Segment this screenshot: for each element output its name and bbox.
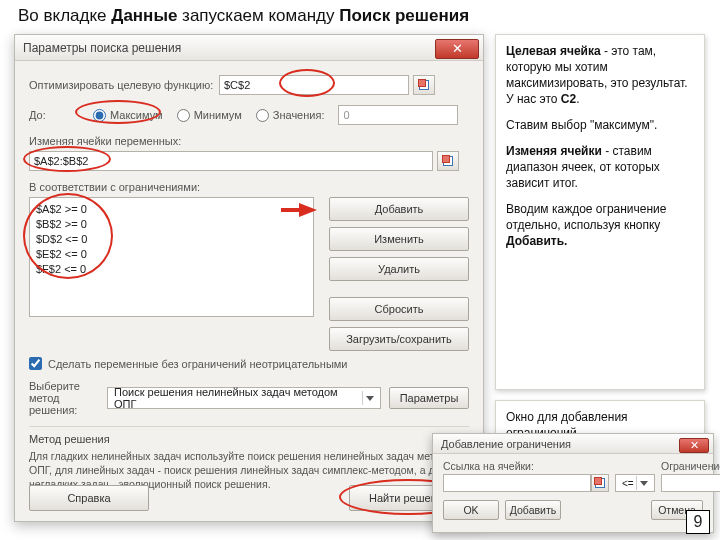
add-dialog-titlebar[interactable]: Добавление ограничения ✕ xyxy=(433,434,713,454)
target-value-input[interactable] xyxy=(338,105,458,125)
reset-button[interactable]: Сбросить xyxy=(329,297,469,321)
close-button[interactable]: ✕ xyxy=(679,438,709,453)
radio-min-label: Минимум xyxy=(194,109,242,121)
constraint-item[interactable]: $E$2 <= 0 xyxy=(36,247,307,262)
params-button[interactable]: Параметры xyxy=(389,387,469,409)
operator-select[interactable]: <= xyxy=(615,474,655,492)
constraint-item[interactable]: $A$2 >= 0 xyxy=(36,202,307,217)
radio-max-input[interactable] xyxy=(93,109,106,122)
solver-titlebar[interactable]: Параметры поиска решения ✕ xyxy=(15,35,483,61)
chevron-down-icon xyxy=(636,476,650,490)
annotation-arrow-add xyxy=(299,203,317,217)
divider xyxy=(29,426,469,427)
add-dialog-body: Ссылка на ячейки: <= Ограничение: xyxy=(433,454,713,524)
info-bold: Целевая ячейка xyxy=(506,44,601,58)
ok-button[interactable]: OK xyxy=(443,500,499,520)
constraint-item[interactable]: $B$2 >= 0 xyxy=(36,217,307,232)
constraint-item[interactable]: $D$2 <= 0 xyxy=(36,232,307,247)
add-constraint-button[interactable]: Добавить xyxy=(505,500,561,520)
range-picker-icon-3[interactable] xyxy=(591,474,609,492)
chevron-down-icon xyxy=(362,391,376,405)
nonneg-checkbox[interactable] xyxy=(29,357,42,370)
info-text: Вводим каждое ограничение отдельно, испо… xyxy=(506,202,667,232)
nonneg-check[interactable]: Сделать переменные без ограничений неотр… xyxy=(29,357,469,370)
constraint-item[interactable]: $F$2 <= 0 xyxy=(36,262,307,277)
help-button[interactable]: Справка xyxy=(29,485,149,511)
delete-button[interactable]: Удалить xyxy=(329,257,469,281)
radio-max[interactable]: Максимум xyxy=(93,109,163,122)
objective-cell-input[interactable] xyxy=(219,75,409,95)
solver-dialog: Параметры поиска решения ✕ Оптимизироват… xyxy=(14,34,484,522)
solver-footer: Справка Найти решение xyxy=(29,485,469,511)
add-constraint-dialog: Добавление ограничения ✕ Ссылка на ячейк… xyxy=(432,433,714,533)
close-button[interactable]: ✕ xyxy=(435,39,479,59)
radio-min-input[interactable] xyxy=(177,109,190,122)
vars-label: Изменяя ячейки переменных: xyxy=(29,135,181,147)
solver-title: Параметры поиска решения xyxy=(23,41,181,55)
range-picker-icon[interactable] xyxy=(413,75,435,95)
add-button[interactable]: Добавить xyxy=(329,197,469,221)
info-box-main: Целевая ячейка - это там, которую мы хот… xyxy=(495,34,705,390)
goal-row: До: Максимум Минимум Значения: xyxy=(29,105,469,125)
title-bold-2: Поиск решения xyxy=(339,6,469,25)
solver-body: Оптимизировать целевую функцию: До: Макс… xyxy=(15,61,483,499)
constraint-rhs-label: Ограничение: xyxy=(661,460,720,472)
to-label: До: xyxy=(29,109,79,121)
slide-title: Во вкладке Данные запускаем команду Поис… xyxy=(18,6,469,26)
radio-max-label: Максимум xyxy=(110,109,163,121)
operator-value: <= xyxy=(622,478,634,489)
constraint-rhs-input[interactable] xyxy=(661,474,720,492)
method-select[interactable]: Поиск решения нелинейных задач методом О… xyxy=(107,387,381,409)
constraints-listbox[interactable]: $A$2 >= 0 $B$2 >= 0 $D$2 <= 0 $E$2 <= 0 … xyxy=(29,197,314,317)
method-heading: Метод решения xyxy=(29,433,469,445)
radio-value-label: Значения: xyxy=(273,109,325,121)
vars-section: Изменяя ячейки переменных: xyxy=(29,135,469,171)
title-text: Во вкладке xyxy=(18,6,111,25)
objective-label: Оптимизировать целевую функцию: xyxy=(29,79,219,91)
changing-cells-input[interactable] xyxy=(29,151,433,171)
info-bold: Изменяя ячейки xyxy=(506,144,602,158)
change-button[interactable]: Изменить xyxy=(329,227,469,251)
info-bold: Добавить. xyxy=(506,234,567,248)
load-save-button[interactable]: Загрузить/сохранить xyxy=(329,327,469,351)
radio-value-input[interactable] xyxy=(256,109,269,122)
cellref-label: Ссылка на ячейки: xyxy=(443,460,609,472)
info-text: Ставим выбор "максимум". xyxy=(506,117,694,133)
constraint-buttons: Добавить Изменить Удалить Сбросить Загру… xyxy=(329,197,469,351)
objective-row: Оптимизировать целевую функцию: xyxy=(29,75,469,95)
title-bold-1: Данные xyxy=(111,6,177,25)
method-row: Выберите метод решения: Поиск решения не… xyxy=(29,380,469,416)
cellref-input[interactable] xyxy=(443,474,591,492)
range-picker-icon-2[interactable] xyxy=(437,151,459,171)
nonneg-label: Сделать переменные без ограничений неотр… xyxy=(48,358,348,370)
add-dialog-title: Добавление ограничения xyxy=(441,438,571,450)
constraints-label: В соответствии с ограничениями: xyxy=(29,181,200,193)
title-text-2: запускаем команду xyxy=(177,6,339,25)
radio-min[interactable]: Минимум xyxy=(177,109,242,122)
constraints-section: В соответствии с ограничениями: $A$2 >= … xyxy=(29,181,469,347)
info-bold: С2 xyxy=(561,92,576,106)
radio-value[interactable]: Значения: xyxy=(256,109,325,122)
spacer xyxy=(615,460,655,472)
method-value: Поиск решения нелинейных задач методом О… xyxy=(114,386,362,410)
page-number: 9 xyxy=(686,510,710,534)
info-text: . xyxy=(576,92,579,106)
method-label: Выберите метод решения: xyxy=(29,380,99,416)
